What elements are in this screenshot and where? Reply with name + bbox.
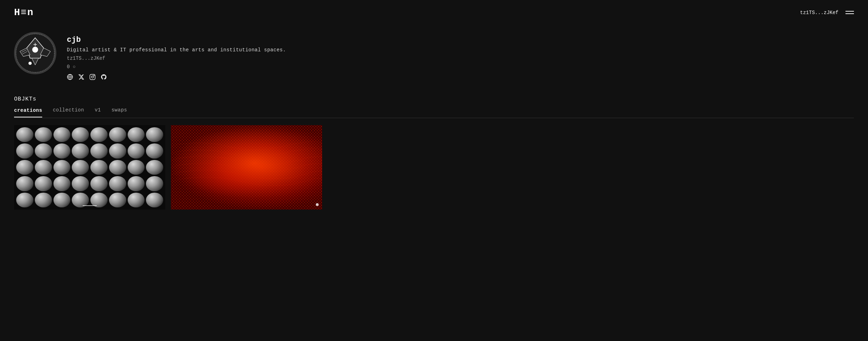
sphere [16,143,33,158]
sphere [128,143,145,158]
header-right: tz1TS...zJKef [800,10,854,15]
profile-name: cjb [67,36,286,44]
github-icon[interactable] [101,74,107,82]
sphere [128,176,145,191]
sphere [128,193,145,207]
svg-point-16 [91,76,94,78]
profile-socials [67,74,286,82]
indicator-dot [316,203,319,206]
sphere [72,176,89,191]
sphere [16,127,33,142]
sphere [90,160,108,175]
sphere [109,176,126,191]
sphere [146,193,163,207]
sphere [109,160,126,175]
header-wallet-address[interactable]: tz1TS...zJKef [800,10,838,15]
sphere [35,127,52,142]
svg-point-4 [32,47,38,52]
spheres-grid [14,125,165,210]
sphere [146,176,163,191]
sphere [35,176,52,191]
sphere [109,193,126,207]
sphere [72,143,89,158]
tab-v1[interactable]: v1 [95,107,101,114]
sphere [53,143,71,158]
tab-creations[interactable]: creations [14,108,42,117]
objkts-section: OBJKTs creations collection v1 swaps [0,92,868,118]
hamburger-line-2 [845,13,854,14]
profile-stats: 0 ○ [67,64,286,70]
tabs-row: creations collection v1 swaps [14,107,854,118]
svg-point-17 [94,75,94,76]
instagram-icon[interactable] [89,74,96,82]
progress-bar [83,205,97,206]
sphere [35,193,52,207]
wave-svg [171,125,322,210]
sphere [35,143,52,158]
sphere [146,143,163,158]
sphere [90,176,108,191]
objkts-title: OBJKTs [14,96,854,102]
logo[interactable]: H≡n [14,7,34,18]
sphere [53,160,71,175]
sphere [128,127,145,142]
sphere [146,127,163,142]
twitter-icon[interactable] [78,74,84,82]
sphere [109,127,126,142]
profile-section: cjb Digital artist & IT professional in … [0,25,868,92]
svg-rect-18 [171,125,322,210]
globe-icon[interactable] [67,74,73,82]
header: H≡n tz1TS...zJKef [0,0,868,25]
gallery-item[interactable] [171,125,322,210]
hamburger-menu-button[interactable] [845,11,854,14]
svg-rect-15 [90,75,95,80]
sphere [128,160,145,175]
sphere [53,127,71,142]
profile-info: cjb Digital artist & IT professional in … [67,32,286,82]
tab-collection[interactable]: collection [53,107,84,114]
svg-point-6 [29,62,32,65]
sphere [16,193,33,207]
avatar-image [15,33,56,73]
sphere [16,176,33,191]
sphere [72,127,89,142]
sphere [35,160,52,175]
sphere [109,143,126,158]
sphere [53,193,71,207]
sphere [146,160,163,175]
sphere [90,143,108,158]
avatar[interactable] [14,32,56,74]
gallery-item[interactable] [14,125,165,210]
sphere [72,160,89,175]
profile-bio: Digital artist & IT professional in the … [67,47,286,53]
sphere [90,127,108,142]
hamburger-line-1 [845,11,854,12]
profile-wallet[interactable]: tz1TS...zJKef [67,56,286,61]
sphere [53,176,71,191]
sphere [16,160,33,175]
gallery-section [0,118,868,217]
tab-swaps[interactable]: swaps [111,107,127,114]
